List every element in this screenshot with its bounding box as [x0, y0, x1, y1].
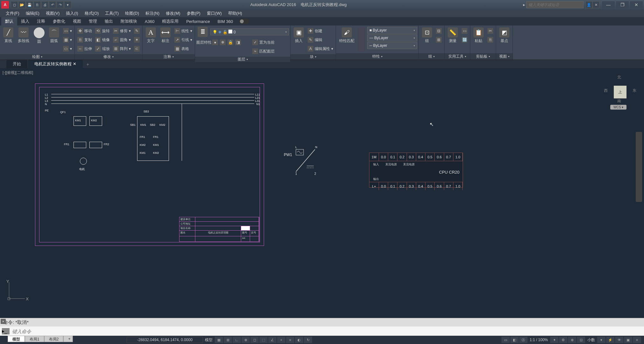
layer-properties-button[interactable]: ≣	[196, 27, 209, 37]
command-input[interactable]	[12, 329, 642, 334]
line-button[interactable]: ╱直线	[1, 27, 15, 44]
osnap-toggle-icon[interactable]: ◻	[250, 337, 259, 343]
snap-toggle-icon[interactable]: ⊞	[224, 337, 232, 343]
close-button[interactable]: ✕	[630, 1, 643, 8]
menu-edit[interactable]: 编辑(E)	[23, 10, 43, 17]
tab-default[interactable]: 默认	[1, 17, 17, 25]
linetype-dropdown[interactable]: ─ ByLayer▾	[367, 42, 417, 49]
linear-button[interactable]: ⊢线性▾	[173, 27, 193, 35]
offset-icon[interactable]: ⊂	[133, 45, 141, 53]
qat-print-icon[interactable]: 🖨	[41, 1, 48, 8]
tab-performance[interactable]: Performance	[182, 17, 214, 25]
transparency-toggle-icon[interactable]: ◐	[295, 337, 303, 343]
cleanscreen-icon[interactable]: ▣	[624, 337, 632, 343]
amonitor-icon[interactable]: ⊕	[568, 337, 576, 343]
stretch-button[interactable]: ↔拉伸	[76, 45, 93, 53]
tab-insert[interactable]: 插入	[17, 17, 33, 25]
tab-a360[interactable]: A360	[141, 17, 158, 25]
qat-save-icon[interactable]: 💾	[26, 1, 33, 8]
circle-button[interactable]: 圆	[32, 27, 46, 45]
viewport-label[interactable]: [-][俯视][二维线框]	[3, 70, 33, 75]
qprops-toggle-icon[interactable]: ▾	[597, 337, 606, 343]
layer-iso-icon[interactable]: ◨	[235, 38, 243, 47]
wcs-label[interactable]: WCS ▾	[610, 105, 626, 110]
custom-icon[interactable]: ≡	[633, 337, 641, 343]
trim-button[interactable]: ✂修剪▾	[112, 27, 132, 35]
scale-button[interactable]: ⤢缩放	[94, 45, 111, 53]
status-scale[interactable]: 1:1 / 100%	[528, 338, 550, 342]
array-button[interactable]: ⊞阵列▾	[112, 45, 132, 53]
copy-button[interactable]: ⎘复制	[76, 36, 93, 44]
status-precision[interactable]: 小数	[585, 337, 597, 343]
tab-output[interactable]: 输出	[101, 17, 117, 25]
status-space[interactable]: 模型	[203, 337, 214, 343]
tab-start[interactable]: 开始	[6, 60, 27, 68]
edit-block-button[interactable]: ✎编辑	[306, 36, 334, 44]
workspace-icon[interactable]: ⚙	[559, 337, 567, 343]
tab-manage[interactable]: 管理	[85, 17, 101, 25]
layout-tab-add[interactable]: +	[63, 336, 73, 342]
table-button[interactable]: ▦表格	[173, 45, 193, 53]
fillet-button[interactable]: ⌐圆角▾	[112, 36, 132, 44]
color-swatch-icon[interactable]	[358, 27, 365, 52]
layer-freeze-icon[interactable]: ❄	[220, 38, 228, 47]
measure-button[interactable]: 📏测量	[446, 27, 460, 44]
model-space[interactable]: [-][俯视][二维线框] L1 L2 L3 N PE L11 L21 L31 …	[0, 68, 644, 327]
qat-saveas-icon[interactable]: ⎘	[34, 1, 41, 8]
minimize-button[interactable]: —	[602, 1, 615, 8]
qp-toggle-icon[interactable]: ◧	[510, 337, 519, 343]
3dosnap-toggle-icon[interactable]: ⬚	[259, 337, 268, 343]
insert-block-button[interactable]: ▣插入	[292, 27, 306, 44]
qat-open-icon[interactable]: 📂	[18, 1, 25, 8]
cmd-close-button[interactable]: ×	[1, 319, 6, 324]
edit-attr-button[interactable]: A编辑属性▾	[306, 45, 334, 53]
tab-addins[interactable]: 附加模块	[117, 17, 141, 25]
layer-dropdown[interactable]: 💡 ❄ 🔓 0 ▾	[210, 28, 289, 35]
color-dropdown[interactable]: ■ ByLayer▾	[367, 27, 417, 34]
layer-lock-icon[interactable]: 🔒	[228, 38, 235, 47]
infocenter-signin-icon[interactable]: 👤	[585, 1, 592, 8]
add-tab-button[interactable]: +	[83, 61, 92, 68]
text-button[interactable]: A文字	[144, 27, 158, 44]
leader-button[interactable]: ↗引线▾	[173, 36, 193, 44]
lineweight-dropdown[interactable]: — ByLayer▾	[367, 34, 417, 41]
dimension-button[interactable]: ⟷标注	[158, 27, 172, 44]
annoscale-icon[interactable]: Ⓐ	[519, 337, 528, 343]
ortho-toggle-icon[interactable]: ∟	[233, 337, 241, 343]
tab-parametric[interactable]: 参数化	[49, 17, 69, 25]
cycling-toggle-icon[interactable]: ↻	[304, 337, 312, 343]
base-view-button[interactable]: ◩基点	[497, 27, 511, 44]
model-toggle-icon[interactable]: ▭	[501, 337, 510, 343]
qat-undo-icon[interactable]: ↶	[49, 1, 56, 8]
dyn-toggle-icon[interactable]: +	[277, 337, 285, 343]
create-block-button[interactable]: ✚创建	[306, 27, 334, 35]
group-edit-icon[interactable]: ⊞	[435, 36, 443, 44]
menu-help[interactable]: 帮助(H)	[225, 10, 245, 17]
hardware-accel-icon[interactable]: ⚡	[606, 337, 614, 343]
polyline-button[interactable]: 〰多段线	[16, 27, 31, 44]
tab-featured[interactable]: 精选应用	[158, 17, 182, 25]
menu-modify[interactable]: 修改(M)	[163, 10, 184, 17]
tab-view[interactable]: 视图	[69, 17, 85, 25]
coordinates-display[interactable]: -28832.0494, 6184.1474, 0.0000	[127, 337, 203, 343]
tab-bim360[interactable]: BIM 360	[214, 17, 237, 25]
menu-draw[interactable]: 绘图(D)	[122, 10, 142, 17]
infocenter-exchange-icon[interactable]: ✕	[592, 1, 599, 8]
bim360-toggle[interactable]	[239, 19, 249, 24]
tab-current-file[interactable]: 电机正反转实例教程 ✕	[28, 60, 83, 68]
arc-button[interactable]: ⌒圆弧	[47, 27, 61, 44]
copy-clip-icon[interactable]: ⎘	[486, 36, 494, 44]
erase-icon[interactable]: ✎	[133, 27, 141, 35]
lwt-toggle-icon[interactable]: ≡	[286, 337, 294, 343]
layout-tab-model[interactable]: 模型	[8, 336, 25, 342]
help-search-input[interactable]	[526, 1, 584, 8]
rotate-button[interactable]: ⟲旋转	[94, 27, 111, 35]
tab-annotate[interactable]: 注释	[33, 17, 49, 25]
layer-makecurrent-button[interactable]: ✓置为当前	[251, 38, 276, 47]
menu-view[interactable]: 视图(V)	[43, 10, 63, 17]
anno-vis-icon[interactable]: ✦	[550, 337, 558, 343]
grid-toggle-icon[interactable]: ▦	[215, 337, 223, 343]
group-button[interactable]: ⊡组	[420, 27, 434, 44]
isolate-icon[interactable]: 👁	[615, 337, 623, 343]
layer-match-button[interactable]: ≈匹配图层	[251, 47, 276, 55]
